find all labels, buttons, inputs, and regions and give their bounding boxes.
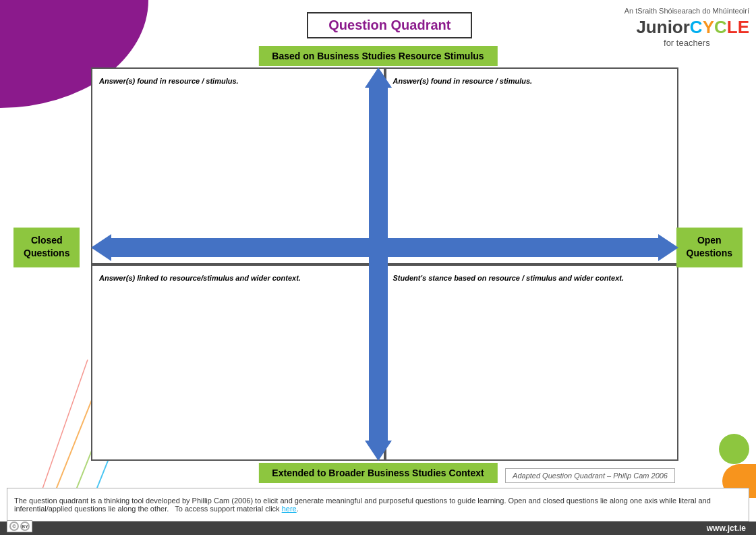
- jct-junior: Junior: [636, 17, 689, 37]
- quadrant-bottom-left-label: Answer(s) linked to resource/stimulus an…: [99, 274, 301, 282]
- arrow-left-head: [91, 234, 111, 261]
- arrow-h-shaft: [111, 238, 658, 257]
- arrow-down-head: [365, 441, 392, 461]
- title-box: Question Quadrant: [307, 12, 472, 38]
- jct-brand: JuniorCYCLE: [624, 17, 749, 38]
- jct-logo: An tSraith Shóisearach do Mhúinteoirí Ju…: [624, 7, 749, 49]
- cc-box: © BY: [7, 520, 32, 532]
- here-link[interactable]: here: [282, 505, 297, 513]
- deco-green-circle: [719, 434, 749, 464]
- attribution-text: Adapted Question Quadrant – Philip Cam 2…: [513, 472, 668, 480]
- quadrant-bottom-right-label: Student's stance based on resource / sti…: [393, 274, 624, 282]
- page-title: Question Quadrant: [328, 18, 450, 32]
- cc-by-icon: BY: [20, 522, 30, 531]
- cc-license: © BY: [7, 520, 32, 532]
- description-text: The question quadrant is a thinking tool…: [14, 497, 742, 513]
- quadrant-top-right-label: Answer(s) found in resource / stimulus.: [393, 77, 533, 85]
- arrow-right-head: [658, 234, 678, 261]
- jct-cycle-cl: C: [714, 17, 727, 37]
- jct-cycle-y: Y: [703, 17, 714, 37]
- footer-url: www.jct.ie: [707, 524, 746, 533]
- arrow-up-head: [365, 67, 392, 88]
- jct-for-teachers: for teachers: [624, 38, 749, 49]
- jct-cycle-e: LE: [727, 17, 749, 37]
- quadrant-top-left-label: Answer(s) found in resource / stimulus.: [99, 77, 239, 85]
- jct-cycle-c: C: [690, 17, 703, 37]
- cc-icon: ©: [9, 522, 19, 531]
- footer-bar: www.jct.ie: [0, 522, 756, 535]
- arrow-v-shaft: [369, 88, 388, 441]
- description-bar: The question quadrant is a thinking tool…: [7, 488, 749, 522]
- label-right-open: Open Questions: [676, 227, 743, 267]
- label-bottom: Extended to Broader Business Studies Con…: [258, 463, 497, 483]
- label-top: Based on Business Studies Resource Stimu…: [258, 46, 497, 66]
- jct-tagline: An tSraith Shóisearach do Mhúinteoirí: [624, 7, 749, 16]
- header: Question Quadrant An tSraith Shóisearach…: [155, 7, 749, 49]
- label-left-closed: Closed Questions: [13, 227, 80, 267]
- svg-line-3: [40, 360, 88, 495]
- quadrant-bottom-left: Answer(s) linked to resource/stimulus an…: [91, 264, 385, 461]
- horizontal-arrow: [91, 235, 678, 260]
- vertical-arrow: [366, 67, 390, 461]
- quadrant-bottom-right: Student's stance based on resource / sti…: [385, 264, 679, 461]
- attribution-box: Adapted Question Quadrant – Philip Cam 2…: [505, 468, 675, 483]
